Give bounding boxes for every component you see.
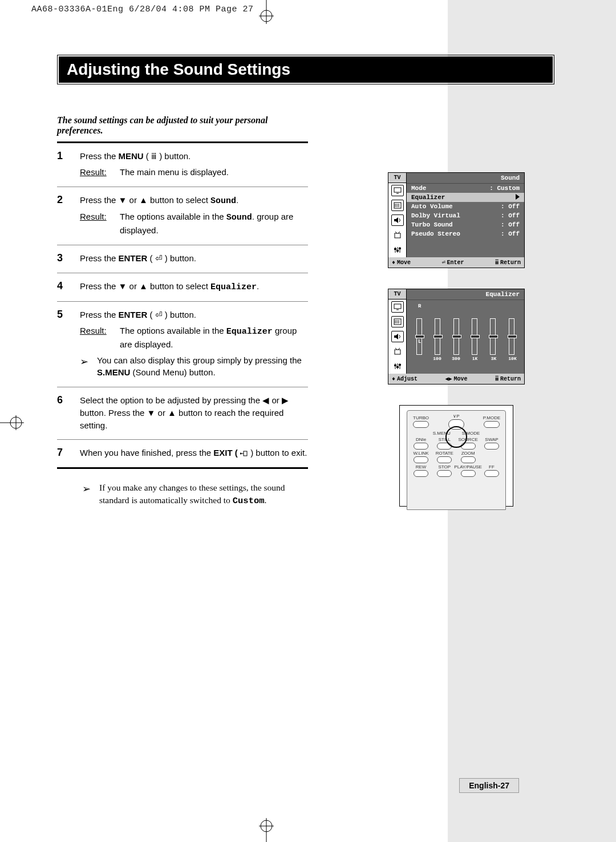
channel-icon xyxy=(391,229,404,241)
osd-footer: ♦ Adjust ◀▶ Move ⅲ Return xyxy=(388,374,524,384)
channel-icon xyxy=(391,346,404,357)
text: The options available in the xyxy=(120,212,226,221)
enter-label: ENTER xyxy=(119,253,148,263)
svg-rect-41 xyxy=(399,364,401,366)
input-icon xyxy=(391,185,404,196)
setup-icon xyxy=(391,244,404,256)
title-box: Adjusting the Sound Settings xyxy=(57,55,554,84)
equalizer-label: Equalizer xyxy=(226,327,273,337)
text: ( ⅲ ) button. xyxy=(144,151,191,161)
text: Press the ▼ or ▲ button to select xyxy=(80,195,210,205)
svg-rect-26 xyxy=(399,248,401,249)
osd-row-selected: Equalizer xyxy=(407,193,524,202)
setup-icon xyxy=(391,361,404,372)
sound-icon xyxy=(391,214,404,226)
text: . xyxy=(257,281,259,291)
pointer-icon: ➢ xyxy=(82,481,99,508)
osd-sidebar: TV xyxy=(388,173,407,257)
adjust-hint: ♦ Adjust xyxy=(392,375,418,382)
page-content: Adjusting the Sound Settings The sound s… xyxy=(57,55,554,508)
step-5: 5 Press the ENTER ( ⏎ ) button. Result:T… xyxy=(57,302,308,387)
sound-label: Sound xyxy=(210,196,236,206)
step-1: 1 Press the MENU ( ⅲ ) button. Result:Th… xyxy=(57,143,308,187)
step-number: 2 xyxy=(57,194,80,237)
remote-row: W.LINK ROTATE ZOOM xyxy=(411,451,502,463)
picture-icon xyxy=(391,200,404,211)
osd-row: Auto Volume: Off xyxy=(407,202,524,211)
text: Press the ▼ or ▲ button to select xyxy=(80,281,210,291)
svg-rect-18 xyxy=(395,233,400,238)
step-3: 3 Press the ENTER ( ⏎ ) button. xyxy=(57,245,308,273)
text: . xyxy=(236,195,238,205)
picture-icon xyxy=(391,316,404,327)
eq-freq-labels: 100 300 1K 3K 10K xyxy=(407,355,524,365)
remote-row: S.MENU S.MODE xyxy=(411,431,502,436)
text: ( ⏎ ) button. xyxy=(147,253,196,263)
print-header: AA68-03336A-01Eng 6/28/04 4:08 PM Page 2… xyxy=(31,5,254,14)
svg-rect-24 xyxy=(394,248,396,250)
osd-sidebar: TV xyxy=(388,289,407,374)
osd-title: Equalizer xyxy=(407,289,524,300)
registration-mark-bottom-icon xyxy=(258,818,275,842)
step-6: 6 Select the option to be adjusted by pr… xyxy=(57,387,308,440)
step-number: 7 xyxy=(57,447,80,459)
equalizer-sliders: R L xyxy=(407,300,524,355)
enter-hint: ⏎ Enter xyxy=(441,259,464,266)
text: Select the option to be adjusted by pres… xyxy=(80,394,308,431)
osd-row: Dolby Virtual: Off xyxy=(407,211,524,220)
pointer-icon: ➢ xyxy=(80,354,97,379)
text: ( ⏎ ) button. xyxy=(147,310,196,319)
svg-rect-9 xyxy=(244,451,247,456)
result-label: Result: xyxy=(80,325,120,351)
step-number: 6 xyxy=(57,394,80,431)
footnote: ➢ If you make any changes to these setti… xyxy=(57,481,308,508)
step-7: 7 When you have finished, press the EXIT… xyxy=(57,440,308,469)
svg-rect-33 xyxy=(395,350,400,354)
enter-label: ENTER xyxy=(119,310,148,319)
remote-row: REW STOP PLAY/PAUSE FF xyxy=(411,465,502,477)
svg-rect-12 xyxy=(394,188,401,192)
eq-slider xyxy=(490,318,496,355)
move-hint: ♦ Move xyxy=(392,259,411,266)
svg-rect-25 xyxy=(396,250,399,252)
sound-icon xyxy=(391,331,404,342)
return-hint: ⅲ Return xyxy=(495,375,521,382)
registration-mark-top-icon xyxy=(258,0,275,24)
step-number: 5 xyxy=(57,309,80,379)
text: Press the xyxy=(80,151,119,161)
step-2: 2 Press the ▼ or ▲ button to select Soun… xyxy=(57,187,308,245)
svg-rect-27 xyxy=(394,304,401,309)
eq-slider xyxy=(453,318,459,355)
tv-label: TV xyxy=(388,173,406,183)
text: The options available in the xyxy=(120,326,226,335)
osd-footer: ♦ Move ⏎ Enter ⅲ Return xyxy=(388,257,524,268)
osd-equalizer: TV Equalizer R L xyxy=(388,289,525,384)
page-title: Adjusting the Sound Settings xyxy=(59,56,553,83)
smenu-label: S.MENU xyxy=(97,367,130,377)
result-label: Result: xyxy=(80,166,120,179)
custom-label: Custom xyxy=(233,496,265,506)
menu-label: MENU xyxy=(119,151,144,161)
registration-mark-left-icon xyxy=(0,414,24,431)
remote-row: TURBO ∨P P.MODE xyxy=(411,414,502,430)
osd-row: Turbo Sound: Off xyxy=(407,220,524,229)
input-icon xyxy=(391,301,404,313)
eq-slider xyxy=(416,318,422,355)
osd-illustrations: TV Sound Mode: Custom Equalizer Auto Vol… xyxy=(388,172,525,507)
tv-label: TV xyxy=(388,289,406,299)
text: Press the xyxy=(80,310,119,319)
osd-row: Pseudo Stereo: Off xyxy=(407,229,524,238)
return-hint: ⅲ Return xyxy=(495,259,521,266)
exit-label: EXIT ( xyxy=(213,448,240,458)
text: When you have finished, press the xyxy=(80,448,213,458)
steps-list: 1 Press the MENU ( ⅲ ) button. Result:Th… xyxy=(57,143,308,469)
right-label: R xyxy=(418,303,421,309)
eq-slider xyxy=(472,318,477,355)
page-number: English-27 xyxy=(459,778,519,793)
step-number: 3 xyxy=(57,252,80,265)
result-label: Result: xyxy=(80,211,120,237)
move-hint: ◀▶ Move xyxy=(445,375,467,382)
text: ) button to exit. xyxy=(248,448,307,458)
intro-text: The sound settings can be adjusted to su… xyxy=(57,115,308,143)
remote-row: DNIe STILL SOURCE SWAP xyxy=(411,438,502,450)
